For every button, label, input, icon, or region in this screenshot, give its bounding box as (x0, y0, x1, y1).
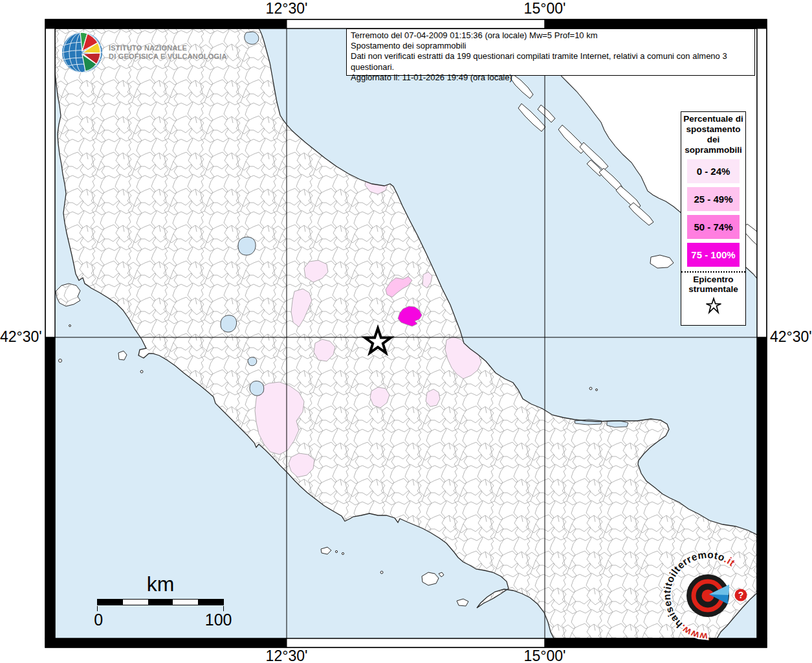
watermark-www: www. (677, 622, 709, 642)
scale-bar-start: 0 (94, 611, 103, 629)
legend-class-75-100: 75 - 100% (687, 243, 740, 267)
legend-class-0-24: 0 - 24% (687, 159, 740, 183)
legend: Percentuale di spostamento dei soprammob… (681, 111, 746, 326)
ingv-name-line2: DI GEOFISICA E VULCANOLOGIA (109, 52, 227, 62)
title-box: Terremoto del 07-04-2009 01:15:36 (ora l… (346, 28, 755, 76)
haisentitoilterremoto-logo: ? www.haisentitoilterremoto.it (646, 534, 769, 657)
ingv-globe-icon (61, 31, 104, 74)
title-line-updated: Aggiornato il: 11-01-2026 19:49 (ora loc… (351, 73, 751, 83)
legend-title: Percentuale di spostamento dei soprammob… (681, 112, 745, 155)
title-line-map-type: Spostamento dei soprammobili (351, 41, 751, 51)
legend-class-50-74: 50 - 74% (687, 215, 740, 239)
scale-bar-segments (97, 599, 224, 605)
map-screenshot: 12°30' 15°00' 12°30' 15°00' 42°30' 42°30… (0, 0, 812, 663)
title-line-event: Terremoto del 07-04-2009 01:15:36 (ora l… (351, 30, 751, 41)
scale-bar-end: 100 (205, 611, 232, 629)
scale-bar: km 0 100 (97, 572, 224, 630)
ingv-name-line1: ISTITUTO NAZIONALE (109, 44, 227, 53)
ingv-logo: ISTITUTO NAZIONALE DI GEOFISICA E VULCAN… (61, 31, 232, 74)
legend-divider (681, 271, 745, 273)
title-line-source: Dati non verificati estratti da 199 ques… (351, 51, 751, 72)
scale-bar-unit: km (97, 572, 224, 596)
legend-epicenter-star-icon (704, 295, 723, 315)
question-mark: ? (738, 590, 744, 600)
legend-class-25-49: 25 - 49% (687, 187, 740, 211)
legend-epicenter-label: Epicentro strumentale (681, 275, 745, 294)
